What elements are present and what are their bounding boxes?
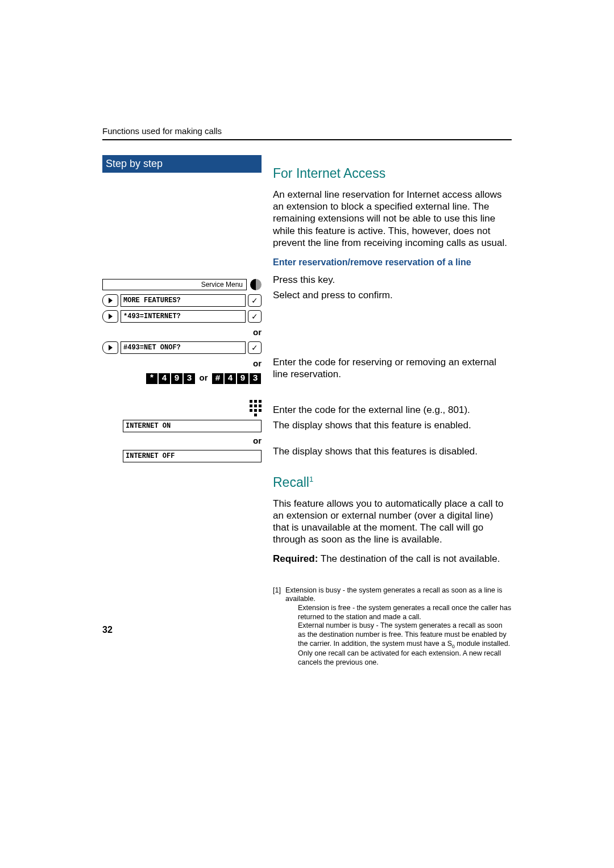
confirm-icon: ✓ bbox=[248, 294, 262, 307]
subsection-title: Enter reservation/remove reservation of … bbox=[273, 257, 512, 268]
step-by-step-header: Step by step bbox=[102, 155, 262, 173]
key: 3 bbox=[184, 373, 195, 384]
footnote-line: Only one recall can be activated for eac… bbox=[285, 649, 512, 667]
service-menu-key-icon bbox=[250, 279, 262, 290]
instruction: Press this key. bbox=[273, 274, 512, 286]
confirm-icon: ✓ bbox=[248, 341, 262, 354]
service-menu-row: Service Menu bbox=[102, 277, 262, 292]
instruction: Select and press to confirm. bbox=[273, 289, 512, 301]
display-text: *493=INTERNET? bbox=[121, 310, 246, 323]
option-more-features: MORE FEATURES? ✓ bbox=[102, 293, 262, 308]
instruction: The display shows that this features is … bbox=[273, 445, 512, 457]
footnote-line: Extension is busy - the system generates… bbox=[285, 586, 502, 603]
instruction: Enter the code for reserving or removing… bbox=[273, 356, 512, 381]
option-internet: *493=INTERNET? ✓ bbox=[102, 309, 262, 324]
dial-code-row: *493 or #493 bbox=[102, 370, 262, 386]
key: 9 bbox=[171, 373, 182, 384]
display-text: INTERNET OFF bbox=[123, 450, 262, 462]
scroll-arrow-icon bbox=[102, 310, 118, 323]
footnote-ref: 1 bbox=[309, 475, 313, 483]
display-text: #493=NET ONOF? bbox=[121, 341, 246, 354]
keypad-icon bbox=[102, 386, 262, 418]
instruction: Enter the code for the external line (e.… bbox=[273, 404, 512, 416]
or-separator: or bbox=[102, 356, 262, 370]
key: 3 bbox=[250, 373, 261, 384]
scroll-arrow-icon bbox=[102, 341, 118, 354]
footnote-number: [1] bbox=[273, 586, 285, 595]
footnote-line: External number is busy - The system gen… bbox=[285, 621, 512, 649]
key: 9 bbox=[237, 373, 248, 384]
instruction: The display shows that this feature is e… bbox=[273, 419, 512, 431]
display-internet-off: INTERNET OFF bbox=[102, 450, 262, 462]
paragraph: Required: The destination of the call is… bbox=[273, 553, 512, 565]
content-column: For Internet Access An external line res… bbox=[273, 155, 512, 667]
confirm-icon: ✓ bbox=[248, 310, 262, 323]
section-title-internet: For Internet Access bbox=[273, 165, 512, 182]
required-text: The destination of the call is not avail… bbox=[318, 553, 500, 564]
header-rule bbox=[102, 139, 512, 140]
display-text: MORE FEATURES? bbox=[121, 294, 246, 307]
scroll-arrow-icon bbox=[102, 294, 118, 307]
paragraph: An external line reservation for Interne… bbox=[273, 189, 512, 249]
section-title-recall: Recall1 bbox=[273, 474, 512, 491]
running-header: Functions used for making calls bbox=[102, 126, 512, 136]
key: * bbox=[146, 373, 157, 384]
key: # bbox=[212, 373, 223, 384]
key: 4 bbox=[225, 373, 236, 384]
footnote: [1]Extension is busy - the system genera… bbox=[273, 586, 512, 667]
required-label: Required: bbox=[273, 553, 318, 564]
service-menu-label: Service Menu bbox=[102, 279, 247, 290]
option-net-onoff: #493=NET ONOF? ✓ bbox=[102, 340, 262, 355]
or-text: or bbox=[200, 373, 208, 382]
key: 4 bbox=[159, 373, 170, 384]
paragraph: This feature allows you to automatically… bbox=[273, 498, 512, 546]
page-number: 32 bbox=[102, 625, 113, 635]
recall-title-text: Recall bbox=[273, 475, 309, 490]
display-internet-on: INTERNET ON bbox=[102, 420, 262, 432]
display-text: INTERNET ON bbox=[123, 420, 262, 432]
step-column: Step by step Service Menu MORE FEATURES?… bbox=[102, 155, 262, 464]
or-separator: or bbox=[102, 325, 262, 339]
footnote-line: Extension is free - the system generates… bbox=[285, 604, 512, 621]
or-separator: or bbox=[102, 433, 262, 448]
